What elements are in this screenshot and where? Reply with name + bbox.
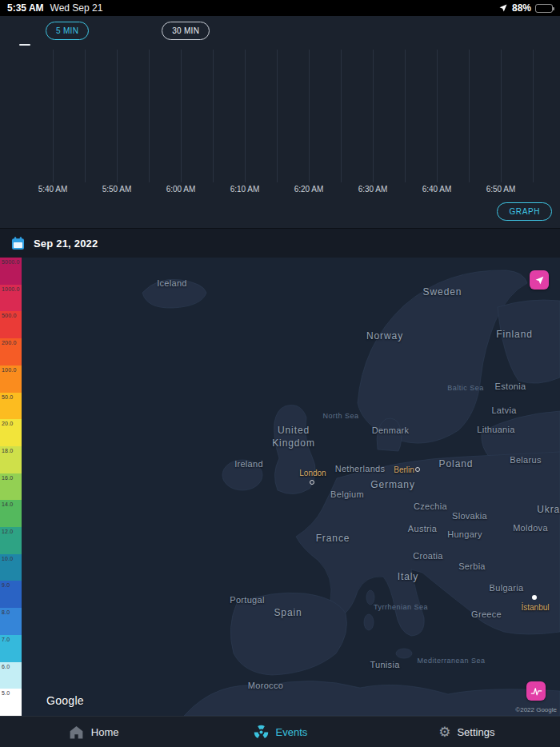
scale-cell: 12.0 [0, 527, 22, 554]
status-right: 88% [498, 2, 553, 14]
battery-icon [535, 4, 553, 13]
gridline [437, 50, 438, 182]
scale-cell: 5.0 [0, 689, 22, 716]
spectrum-icon [530, 685, 542, 697]
interval-button-5-min[interactable]: 5 MIN [46, 22, 89, 40]
tab-home[interactable]: Home [0, 717, 186, 747]
map-label-country: Czechia [414, 501, 447, 512]
map-labels: IcelandSwedenNorwayFinlandEstoniaBaltic … [0, 258, 560, 716]
tab-settings-label: Settings [457, 726, 494, 738]
x-axis-tick: 6:00 AM [166, 185, 196, 194]
locate-icon [534, 275, 545, 286]
calendar-icon[interactable] [10, 236, 26, 251]
scale-cell: 1000.0 [0, 285, 22, 312]
map-label-country-lg: Ukraine [537, 504, 560, 517]
scale-cell: 6.0 [0, 662, 22, 689]
map-label-country-lg: Germany [370, 479, 415, 492]
location-icon [498, 3, 508, 13]
berlin-marker [415, 467, 420, 472]
interval-button-30-min[interactable]: 30 MIN [162, 22, 210, 40]
gridline [533, 50, 534, 182]
scale-cell: 16.0 [0, 473, 22, 501]
gridline [213, 50, 214, 182]
map[interactable]: IcelandSwedenNorwayFinlandEstoniaBaltic … [0, 258, 560, 716]
map-label-country: Austria [408, 523, 437, 534]
gear-icon: ⚙ [438, 725, 450, 739]
x-axis-tick: 6:20 AM [294, 185, 324, 194]
chart-line-segment [19, 44, 30, 46]
map-label-country: Morocco [248, 680, 283, 691]
status-bar: 5:35 AM Wed Sep 21 88% [0, 0, 560, 16]
chart-panel: 5 MIN30 MIN 5:40 AM5:50 AM6:00 AM6:10 AM… [0, 16, 560, 228]
gridline [373, 50, 374, 182]
scale-cell: 20.0 [0, 419, 22, 446]
map-label-country: Slovakia [452, 510, 487, 521]
map-label-country: Serbia [458, 561, 486, 572]
google-logo: Google [46, 694, 84, 707]
london-marker [310, 480, 314, 485]
chart-x-ticks: 5:40 AM5:50 AM6:00 AM6:10 AM6:20 AM6:30 … [0, 185, 560, 196]
map-label-country: Ireland [234, 458, 263, 469]
status-date: Wed Sep 21 [50, 2, 103, 14]
scale-cell: 500.0 [0, 311, 22, 338]
map-label-sea: Tyrrhenian Sea [374, 603, 428, 613]
map-label-country: Estonia [495, 381, 526, 392]
gridline [309, 50, 310, 182]
istanbul-marker [532, 595, 537, 600]
map-label-country: Latvia [491, 405, 516, 416]
map-label-country: Croatia [413, 550, 443, 561]
map-copyright: ©2022 Google [515, 706, 557, 713]
map-label-sea: Mediterranean Sea [417, 657, 485, 666]
battery-percent: 88% [512, 2, 531, 14]
gridline [181, 50, 182, 182]
status-time: 5:35 AM [7, 2, 44, 14]
date-bar: Sep 21, 2022 [0, 228, 560, 258]
map-label-country-lg: France [316, 533, 350, 545]
gridline [341, 50, 342, 182]
map-label-country: Netherlands [335, 463, 386, 474]
map-label-city: London [299, 468, 326, 478]
scale-cell: 14.0 [0, 500, 22, 527]
x-axis-tick: 6:30 AM [358, 185, 388, 194]
map-label-country: Hungary [447, 529, 482, 540]
map-label-country: Lithuania [477, 424, 514, 435]
x-axis-tick: 5:40 AM [38, 185, 68, 194]
map-label-country-lg: Italy [398, 571, 419, 584]
map-label-country: Portugal [230, 594, 264, 605]
x-axis-tick: 6:10 AM [230, 185, 260, 194]
gridline [85, 50, 86, 182]
scale-cell: 18.0 [0, 446, 22, 473]
gridline [245, 50, 246, 182]
locate-button[interactable] [530, 270, 549, 290]
tab-events[interactable]: Events [186, 717, 373, 747]
map-label-country-lg: United Kingdom [272, 425, 315, 449]
scale-cell: 7.0 [0, 635, 22, 662]
gridline [149, 50, 150, 182]
map-label-country: Belgium [330, 489, 364, 500]
tab-events-label: Events [276, 726, 308, 738]
gridline [117, 50, 118, 182]
scale-cell: 200.0 [0, 338, 22, 366]
graph-button[interactable]: GRAPH [497, 202, 552, 221]
map-label-country: Iceland [157, 278, 187, 289]
radiation-icon [253, 724, 270, 741]
scale-cell: 50.0 [0, 393, 22, 420]
map-label-sea: Baltic Sea [447, 384, 484, 393]
map-label-country: Denmark [372, 425, 410, 436]
map-label-country: Belarus [510, 454, 541, 465]
map-label-country: Greece [471, 609, 502, 620]
chart-gridlines [0, 50, 560, 182]
x-axis-tick: 5:50 AM [102, 185, 132, 194]
map-label-country-lg: Finland [496, 329, 533, 342]
map-label-country: Tunisia [370, 659, 399, 670]
map-label-sea: North Sea [322, 412, 358, 421]
map-label-country: Moldova [513, 522, 548, 533]
x-axis-tick: 6:50 AM [486, 185, 516, 194]
map-label-country-lg: Norway [366, 330, 403, 343]
status-left: 5:35 AM Wed Sep 21 [7, 2, 102, 14]
map-label-country: Bulgaria [490, 582, 524, 593]
tab-settings[interactable]: ⚙ Settings [374, 717, 560, 747]
x-axis-tick: 6:40 AM [422, 185, 452, 194]
tab-bar: Home Events ⚙ Settings [0, 716, 560, 747]
spectrum-button[interactable] [526, 681, 546, 701]
